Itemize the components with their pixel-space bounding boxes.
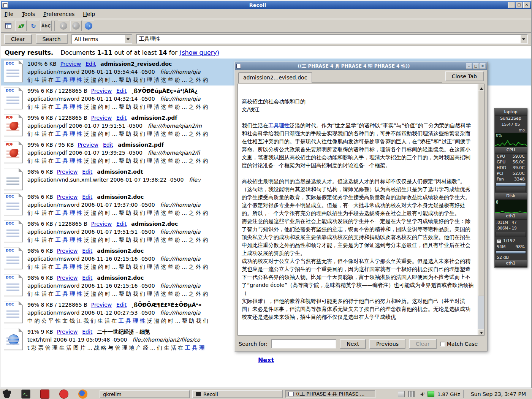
cpu-label: CPU	[495, 147, 527, 154]
preview-link[interactable]: Preview	[57, 275, 78, 281]
match-case-option[interactable]: Match Case	[440, 341, 478, 347]
edit-link[interactable]: Edit	[86, 61, 96, 67]
term-explorer-button[interactable]: ÂbÇ	[40, 21, 52, 31]
reload-button[interactable]: ↻	[28, 21, 39, 31]
edit-link[interactable]: Edit	[116, 88, 127, 94]
preview-link[interactable]: Preview	[91, 302, 112, 308]
edit-link[interactable]: Edit	[116, 221, 127, 227]
preview-titlebar[interactable]: ((工 PHRASE 4 具 PHRASE 4 理 PHRASE 4 性)) –…	[235, 62, 487, 70]
result-filename: ¸ßУÕÐÉúµÄÉç»á¹¦ÄܺÍÄ¿	[131, 88, 198, 94]
menu-help[interactable]: Help	[83, 11, 95, 17]
edit-link[interactable]: Edit	[82, 248, 92, 254]
results-header-for: for	[169, 49, 177, 56]
preview-link[interactable]: Preview	[57, 169, 78, 175]
window-menu-icon[interactable]	[2, 2, 8, 8]
maximize-icon[interactable]: □	[516, 2, 522, 8]
preview-maximize-icon[interactable]: □	[473, 63, 479, 69]
page-line	[6, 97, 19, 98]
edit-link[interactable]: Edit	[82, 169, 92, 175]
edit-link[interactable]: Edit	[103, 142, 113, 148]
preview-link[interactable]: Preview	[57, 329, 78, 335]
edit-link[interactable]: Edit	[82, 194, 92, 200]
minimize-icon[interactable]: –	[508, 2, 515, 8]
scroll-down-icon[interactable]	[478, 329, 484, 335]
taskbar-task[interactable]: gkrellm	[100, 390, 190, 398]
paw-launcher-icon[interactable]	[2, 390, 11, 399]
preview-link[interactable]: Preview	[57, 194, 78, 200]
scrollbar-thumb[interactable]	[478, 90, 484, 296]
menu-file[interactable]: File	[5, 11, 13, 17]
file-type-label: DOC	[6, 195, 14, 198]
package-red-launcher-icon[interactable]	[59, 390, 68, 399]
search-button[interactable]: Search	[36, 34, 68, 44]
next-page-button[interactable]: →	[83, 21, 94, 31]
snippet-segment: 们 生 活 在	[27, 237, 55, 243]
match-case-checkbox[interactable]	[440, 342, 445, 347]
gkrellm-panel[interactable]: laptop Sun23Sep 15:47 05 mo 0% CPU CPU59…	[494, 108, 527, 268]
layout-grid-icon[interactable]	[408, 391, 415, 397]
prev-page-button[interactable]: ←	[70, 21, 82, 31]
file-type-label: DOC	[6, 222, 14, 225]
find-clear-button: Clear	[409, 339, 437, 349]
taskbar-task[interactable]: Recoll	[192, 390, 283, 398]
power-plug-icon[interactable]	[428, 391, 434, 397]
result-snippet: 们 生 活 在 工 具 理 性 泛 滥 的 时 ... 帮 助 我 们 理 清 …	[27, 263, 208, 271]
result-score: 98% 6 KB	[27, 194, 53, 200]
file-type-label: PDF	[6, 142, 13, 146]
table-view-button[interactable]	[3, 21, 14, 31]
volume-icon[interactable]	[418, 391, 424, 397]
clear-button[interactable]: Clear	[4, 34, 32, 44]
preview-close-icon[interactable]: ✕	[480, 63, 486, 69]
preview-tab[interactable]: admission2...evised.doc	[238, 72, 312, 83]
result-mime: application/msword 2006-01-07 19:51:51 -…	[27, 229, 155, 235]
edit-link[interactable]: Edit	[116, 115, 127, 121]
sort-button[interactable]: ▲▼	[15, 21, 27, 31]
result-meta-line: application/msword 2006-01-07 19:51:51 -…	[27, 228, 208, 236]
scrollbar-gutter[interactable]	[478, 296, 484, 329]
preview-window-title: ((工 PHRASE 4 具 PHRASE 4 理 PHRASE 4 性))	[242, 63, 465, 70]
search-mode-select[interactable]: All terms	[71, 34, 132, 44]
menu-tools[interactable]: Tools	[22, 11, 35, 17]
preview-link[interactable]: Preview	[57, 248, 78, 254]
show-query-link[interactable]: (show query)	[179, 49, 219, 56]
desktop: Recoll – □ ✕ File Tools Preferences Help…	[0, 0, 532, 399]
find-previous-button[interactable]: Previous	[369, 339, 405, 349]
close-tab-button[interactable]: Close Tab	[445, 71, 484, 81]
preview-link[interactable]: Preview	[91, 115, 112, 121]
first-page-button[interactable]: ←	[58, 21, 69, 31]
close-icon[interactable]: ✕	[523, 2, 530, 8]
query-input[interactable]	[137, 36, 520, 42]
history-chevron-icon[interactable]	[520, 35, 527, 43]
preview-link[interactable]: Preview	[78, 142, 98, 148]
preview-minimize-icon[interactable]: –	[466, 63, 472, 69]
sensor-name: GPU	[497, 159, 505, 165]
terminal-launcher-icon[interactable]	[21, 390, 30, 399]
scroll-up-icon[interactable]	[478, 84, 484, 90]
page-line	[6, 287, 19, 288]
toolbar-separator	[54, 21, 55, 31]
disk-value: 0	[496, 200, 498, 204]
screen-red-launcher-icon[interactable]	[40, 390, 49, 399]
edit-link[interactable]: Edit	[116, 302, 127, 308]
chevron-down-icon[interactable]	[125, 35, 131, 43]
gk-spacer-panel	[496, 187, 526, 192]
page-line	[6, 100, 19, 101]
keyboard-layout-icon[interactable]	[398, 391, 405, 397]
preview-scrollbar[interactable]	[478, 84, 484, 335]
taskbar-task[interactable]: ((工 PHRASE 4 具 PHRASE ...	[285, 390, 375, 398]
preview-link[interactable]: Preview	[60, 61, 81, 67]
preview-text[interactable]: 高校招生的社会功能和目的文/钱江我们生活在工具理性泛滥的时代。作为“世之显学”的…	[238, 84, 478, 335]
menu-preferences[interactable]: Preferences	[43, 11, 74, 17]
preview-link[interactable]: Preview	[91, 88, 112, 94]
find-next-button[interactable]: Next	[340, 339, 366, 349]
preview-link[interactable]: Preview	[91, 221, 112, 227]
firefox-launcher-icon[interactable]	[78, 390, 87, 399]
edit-link[interactable]: Edit	[82, 329, 92, 335]
recoll-titlebar[interactable]: Recoll – □ ✕	[1, 1, 531, 9]
fan-name: Fan	[497, 176, 504, 182]
next-results-link[interactable]: Next	[1, 356, 531, 364]
sort-arrows-icon: ▲▼	[18, 23, 24, 28]
find-input[interactable]	[271, 339, 336, 348]
result-score: 99% 6 KB / 1228865 B	[27, 115, 87, 121]
edit-link[interactable]: Edit	[82, 275, 92, 281]
